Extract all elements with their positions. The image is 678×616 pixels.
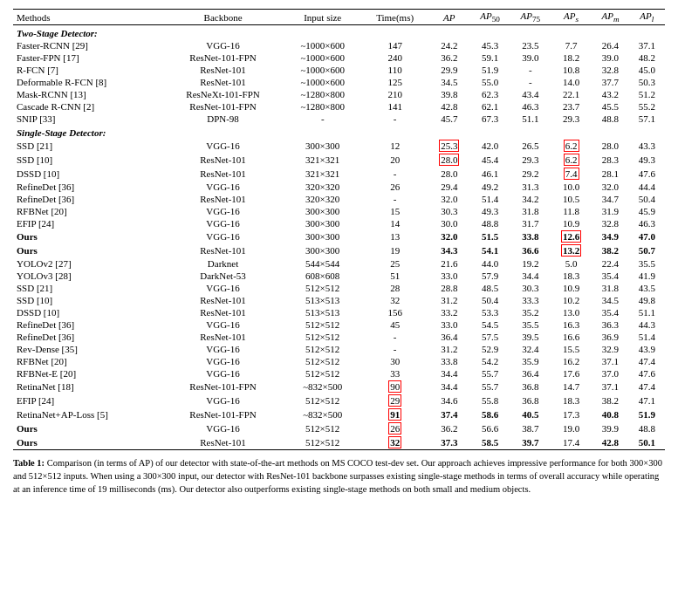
col-header-time: Time(ms) xyxy=(361,10,428,25)
table-row: RetinaNet [18] ResNet-101-FPN ~832×500 9… xyxy=(13,380,665,394)
table-row-ours-resnet-300: Ours ResNet-101 300×300 19 34.3 54.1 36.… xyxy=(13,243,665,257)
table-row: EFIP [24] VGG-16 512×512 29 34.6 55.8 36… xyxy=(13,394,665,407)
red-box-ap: 28.0 xyxy=(439,154,459,166)
table-row: RFBNet [20] VGG-16 300×300 15 30.3 49.3 … xyxy=(13,205,665,217)
table-row: Faster-FPN [17] ResNet-101-FPN ~1000×600… xyxy=(13,51,665,64)
table-header-row: Methods Backbone Input size Time(ms) AP … xyxy=(13,10,665,25)
table-row: Mask-RCNN [13] ResNeXt-101-FPN ~1280×800… xyxy=(13,88,665,100)
red-box-aps-ours2: 13.2 xyxy=(561,244,581,257)
table-row-ours-vgg-512: Ours VGG-16 512×512 26 36.2 56.6 38.7 19… xyxy=(13,421,665,435)
red-box-time-bold: 91 xyxy=(388,408,401,421)
table-caption: Table 1: Comparison (in terms of AP) of … xyxy=(13,457,665,496)
section-single-stage: Single-Stage Detector: xyxy=(13,125,665,139)
section-two-stage: Two-Stage Detector: xyxy=(13,25,665,40)
table-row: SSD [21] VGG-16 512×512 28 28.8 48.5 30.… xyxy=(13,282,665,294)
caption-text: Comparison (in terms of AP) of our detec… xyxy=(13,458,662,493)
col-header-ap75: AP75 xyxy=(510,10,551,25)
table-row: RFBNet-E [20] VGG-16 512×512 33 34.4 55.… xyxy=(13,367,665,380)
table-row-ours-resnet-512: Ours ResNet-101 512×512 32 37.3 58.5 39.… xyxy=(13,435,665,450)
col-header-backbone: Backbone xyxy=(162,10,284,25)
col-header-methods: Methods xyxy=(13,10,162,25)
table-row: SNIP [33] DPN-98 - - 45.7 67.3 51.1 29.3… xyxy=(13,113,665,125)
table-row: SSD [21] VGG-16 300×300 12 25.3 42.0 26.… xyxy=(13,139,665,153)
red-box-time: 29 xyxy=(388,394,401,407)
table-row: SSD [10] ResNet-101 513×513 32 31.2 50.4… xyxy=(13,294,665,306)
caption-label: Table 1: xyxy=(13,458,45,468)
table-row: R-FCN [7] ResNet-101 ~1000×600 110 29.9 … xyxy=(13,64,665,76)
table-row: SSD [10] ResNet-101 321×321 20 28.0 45.4… xyxy=(13,153,665,167)
table-row: EFIP [24] VGG-16 300×300 14 30.0 48.8 31… xyxy=(13,217,665,229)
table-row: Deformable R-FCN [8] ResNet-101 ~1000×60… xyxy=(13,76,665,88)
col-header-ap: AP xyxy=(428,10,469,25)
red-box-time-ours2: 32 xyxy=(388,436,401,448)
table-row: RefineDet [36] VGG-16 512×512 45 33.0 54… xyxy=(13,318,665,331)
red-box-aps: 6.2 xyxy=(564,154,579,166)
col-header-inputsize: Input size xyxy=(284,10,361,25)
table-row: RetinaNet+AP-Loss [5] ResNet-101-FPN ~83… xyxy=(13,407,665,421)
col-header-aps: APs xyxy=(551,10,592,25)
col-header-apm: APm xyxy=(592,10,628,25)
table-row: Rev-Dense [35] VGG-16 512×512 - 31.2 52.… xyxy=(13,343,665,355)
table-row: RefineDet [36] VGG-16 320×320 26 29.4 49… xyxy=(13,181,665,193)
table-row: Faster-RCNN [29] VGG-16 ~1000×600 147 24… xyxy=(13,39,665,51)
table-row: RefineDet [36] ResNet-101 320×320 - 32.0… xyxy=(13,193,665,205)
table-row-ours-vgg-300: Ours VGG-16 300×300 13 32.0 51.5 33.8 12… xyxy=(13,229,665,243)
table-row: RefineDet [36] ResNet-101 512×512 - 36.4… xyxy=(13,331,665,343)
red-box-time-ours: 26 xyxy=(388,422,401,435)
table-row: Cascade R-CNN [2] ResNet-101-FPN ~1280×8… xyxy=(13,100,665,113)
table-row: DSSD [10] ResNet-101 513×513 156 33.2 53… xyxy=(13,306,665,318)
col-header-ap50: AP50 xyxy=(469,10,510,25)
red-box-time: 90 xyxy=(388,380,401,393)
table-row: YOLOv3 [28] DarkNet-53 608×608 51 33.0 5… xyxy=(13,270,665,282)
table-row: YOLOv2 [27] Darknet 544×544 25 21.6 44.0… xyxy=(13,257,665,270)
table-row: DSSD [10] ResNet-101 321×321 - 28.0 46.1… xyxy=(13,167,665,181)
red-box-ap: 25.3 xyxy=(439,140,459,152)
table-row: RFBNet [20] VGG-16 512×512 30 33.8 54.2 … xyxy=(13,355,665,367)
red-box-aps: 6.2 xyxy=(564,140,579,152)
red-box-aps: 7.4 xyxy=(564,168,579,180)
red-box-aps-ours: 12.6 xyxy=(561,230,581,243)
col-header-apl: APl xyxy=(629,10,665,25)
